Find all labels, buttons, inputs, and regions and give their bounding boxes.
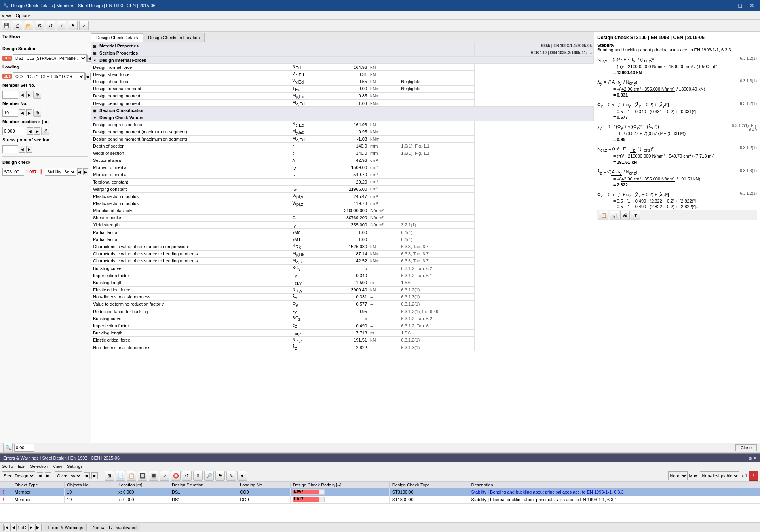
error-row-2[interactable]: ! Member 19 x: 0.000 DS1 CO9 1.017 ST130… [0, 496, 760, 504]
non-designable-select[interactable]: Non-designable [700, 471, 739, 480]
close-button[interactable]: Close [735, 444, 757, 451]
none-select[interactable]: None [668, 471, 688, 480]
settings-button[interactable]: ⚙ [35, 21, 44, 30]
member-set-prev[interactable]: ◀ [19, 91, 25, 98]
rp-btn-3[interactable]: 🖨 [620, 211, 630, 220]
filter-btn-11[interactable]: ⚑ [215, 471, 225, 481]
section-internal-forces[interactable]: ▼ Design Internal Forces [91, 57, 594, 64]
module-next[interactable]: ▶ [45, 472, 51, 479]
section-section-props[interactable]: ▣ Section Properties HEB 140 | DIN 1025-… [91, 49, 594, 57]
errors-menu-settings[interactable]: Settings [67, 464, 83, 469]
print-button[interactable]: 🖨 [13, 21, 22, 30]
filter-btn-3[interactable]: 📋 [127, 471, 136, 481]
member-loc-prev[interactable]: ◀ [27, 127, 33, 135]
overview-select[interactable]: Overview [55, 471, 82, 480]
cell-ref: 6.3.1.2, Tab. 6.1 [399, 322, 475, 329]
page-last-btn[interactable]: ▶| [35, 524, 42, 531]
filter-btn-7[interactable]: ⭕ [171, 471, 180, 481]
error-row-1[interactable]: ! Member 19 x: 0.000 DS1 CO9 1.067 ST310… [0, 488, 760, 496]
section-classification[interactable]: ▣ Section Classification [91, 107, 594, 114]
module-select[interactable]: Steel Design [2, 471, 35, 480]
refresh-button[interactable]: ↺ [46, 21, 55, 30]
design-check-input[interactable] [2, 168, 24, 176]
menu-options[interactable]: Options [16, 13, 31, 18]
filter-btn-2[interactable]: 📄 [116, 471, 125, 481]
filter-btn-12[interactable]: ✎ [226, 471, 236, 481]
rp-btn-1[interactable]: 📋 [599, 211, 608, 220]
page-next-btn[interactable]: ▶ [28, 524, 34, 531]
module-prev[interactable]: ◀ [37, 472, 43, 479]
close-button[interactable]: ✕ [747, 2, 757, 9]
member-loc-reset[interactable]: ↺ [41, 127, 49, 135]
rp-btn-4[interactable]: ▼ [631, 211, 640, 220]
search-btn[interactable]: 🔍 [3, 443, 13, 452]
save-button[interactable]: 💾 [2, 21, 11, 30]
cell-symbol: Mz,Ed [291, 99, 320, 106]
section-check-values[interactable]: ▼ Design Check Values [91, 114, 594, 121]
cell-value: b [320, 264, 369, 272]
tab-bar: Design Check Details Design Checks in Lo… [91, 32, 594, 42]
overview-next[interactable]: ▶ [91, 472, 98, 479]
member-set-next[interactable]: ▶ [26, 91, 32, 98]
tab-design-check-details[interactable]: Design Check Details [91, 33, 143, 42]
not-valid-tab[interactable]: Not Valid / Deactivated [89, 524, 140, 531]
maximize-button[interactable]: □ [736, 2, 744, 9]
member-no-prev[interactable]: ◀ [19, 109, 25, 116]
flag-button[interactable]: ⚑ [68, 21, 78, 30]
rp-toolbar: 📋 📊 🖨 ▼ [597, 210, 757, 220]
open-button[interactable]: 📂 [24, 21, 33, 30]
errors-menu-selection[interactable]: Selection [30, 464, 48, 469]
design-situation-select[interactable]: DS1 - ULS (STR/GEO) - Permane... [13, 54, 87, 62]
cell-unit: kN [369, 71, 399, 78]
filter-btn-6[interactable]: ↗ [160, 471, 169, 481]
errors-menu-edit[interactable]: Edit [18, 464, 25, 469]
col-check-type: Design Check Type [390, 482, 469, 488]
check-button[interactable]: ✓ [57, 21, 66, 30]
loading-prev-button[interactable]: ◀ [86, 73, 89, 80]
filter-btn-9[interactable]: ⬆ [193, 471, 203, 481]
filter-btn-10[interactable]: 🔎 [204, 471, 214, 481]
formula-4-ref: 6.3.1.2(1), Eq. 6.49 [725, 124, 757, 142]
stress-point-next[interactable]: ▶ [26, 146, 32, 153]
page-prev-btn[interactable]: ◀ [10, 524, 17, 531]
member-set-icon[interactable]: ⊕ [33, 91, 41, 99]
errors-restore-button[interactable]: ⧉ [749, 456, 752, 461]
design-check-prev[interactable]: ◀ [77, 168, 82, 175]
page-first-btn[interactable]: |◀ [3, 524, 10, 531]
cell-symbol: γM1 [291, 236, 320, 243]
member-no-icon[interactable]: ⊕ [33, 109, 41, 117]
cell-value: 1509.00 [320, 164, 369, 171]
filter-btn-4[interactable]: 🔲 [138, 471, 147, 481]
overview-prev[interactable]: ◀ [84, 472, 90, 479]
member-loc-next[interactable]: ▶ [34, 127, 40, 135]
gt1-button[interactable]: ! [749, 471, 758, 481]
errors-menu-goto[interactable]: Go To [2, 464, 13, 469]
tab-design-checks-in-location[interactable]: Design Checks in Location [143, 33, 205, 42]
cell-value: 549.70 [320, 171, 369, 178]
errors-warnings-tab[interactable]: Errors & Warnings [44, 524, 86, 531]
design-check-desc-select[interactable]: Stability | Bendin... [45, 168, 76, 176]
member-loc-input[interactable] [2, 127, 26, 135]
design-check-next[interactable]: ▶ [83, 168, 88, 175]
loading-select[interactable]: CO9 - 1.35 * LC1 + 1.35 * LC2 + ... [13, 72, 85, 80]
filter-btn-13[interactable]: ▼ [238, 471, 247, 481]
stress-point-input[interactable] [2, 145, 18, 153]
cell-name: Yield strength [91, 221, 291, 228]
member-no-next[interactable]: ▶ [26, 109, 32, 116]
section-material[interactable]: ▣ Material Properties S355 | EN 1993-1-1… [91, 42, 594, 49]
cell-unit: -- [369, 236, 399, 243]
stress-point-prev[interactable]: ◀ [19, 146, 25, 153]
menu-view[interactable]: View [2, 13, 11, 18]
filter-btn-8[interactable]: ↺ [182, 471, 192, 481]
rp-btn-2[interactable]: 📊 [610, 211, 619, 220]
zoom-input[interactable] [14, 444, 34, 452]
minimize-button[interactable]: ─ [724, 2, 733, 9]
errors-close-button[interactable]: ✕ [753, 456, 757, 461]
filter-btn-5[interactable]: 🔳 [149, 471, 158, 481]
member-set-input[interactable]: -- [2, 91, 18, 99]
member-no-input[interactable] [2, 109, 18, 117]
export-button[interactable]: ↗ [79, 21, 89, 30]
errors-menu-view[interactable]: View [53, 464, 62, 469]
filter-btn-1[interactable]: ⊞ [104, 471, 114, 481]
member-set-no-label: Member Set No. [2, 83, 88, 87]
